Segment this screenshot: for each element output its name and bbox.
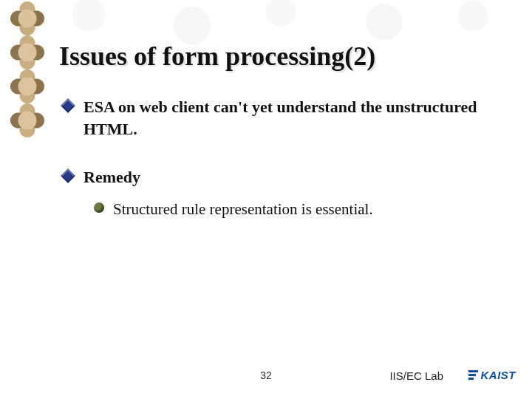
kaist-logo: KAIST	[468, 369, 516, 381]
footer: 32 IIS/EC Lab KAIST	[0, 369, 532, 387]
side-ornament	[9, 0, 50, 148]
knot-icon	[9, 102, 46, 139]
knot-icon	[9, 68, 46, 105]
knot-icon	[9, 34, 46, 71]
page-number: 32	[260, 369, 272, 381]
kaist-bars-icon	[468, 369, 478, 381]
knot-icon	[9, 0, 46, 37]
sub-bullet-item: Structured rule representation is essent…	[94, 199, 502, 219]
diamond-bullet-icon	[61, 168, 75, 183]
slide: Issues of form processing(2) ESA on web …	[0, 0, 532, 399]
slide-title: Issues of form processing(2)	[59, 41, 375, 72]
diamond-bullet-icon	[61, 98, 75, 113]
lens-bullet-icon	[94, 202, 104, 213]
sub-bullet-text: Structured rule representation is essent…	[113, 199, 373, 219]
bullet-item: Remedy	[63, 166, 502, 188]
bullet-text: Remedy	[83, 166, 140, 188]
slide-body: ESA on web client can't yet understand t…	[63, 96, 502, 219]
bullet-item: ESA on web client can't yet understand t…	[63, 96, 502, 140]
kaist-logo-text: KAIST	[481, 369, 516, 381]
bullet-text: ESA on web client can't yet understand t…	[83, 96, 502, 140]
lab-label: IIS/EC Lab	[389, 369, 443, 382]
